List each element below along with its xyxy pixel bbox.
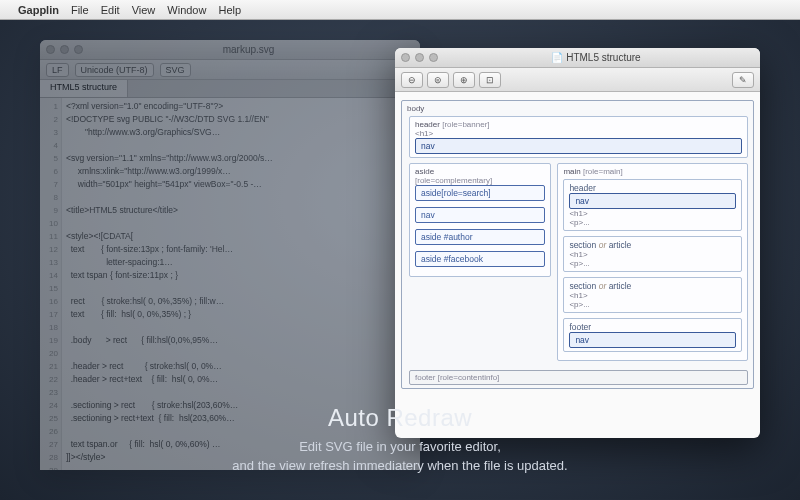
- zoom-out-button[interactable]: ⊖: [401, 72, 423, 88]
- body-label: body: [407, 104, 748, 113]
- aside-nav: nav: [415, 207, 545, 223]
- main-header-box: header nav <h1> <p>...: [563, 179, 742, 231]
- menu-file[interactable]: File: [71, 4, 89, 16]
- editor-tabbar: HTML5 structure: [40, 80, 420, 98]
- zoom-in-button[interactable]: ⊕: [453, 72, 475, 88]
- preview-titlebar: 📄 HTML5 structure: [395, 48, 760, 68]
- section-box-1: section or article <h1> <p>...: [563, 236, 742, 272]
- syntax-mode[interactable]: SVG: [160, 63, 191, 77]
- header-nav: nav: [415, 138, 742, 154]
- svg-preview: body header [role=banner] <h1> nav aside…: [395, 92, 760, 438]
- aside-facebook: aside #facebook: [415, 251, 545, 267]
- header-box: header [role=banner] <h1> nav: [409, 116, 748, 158]
- editor-tab-title: markup.svg: [223, 44, 275, 55]
- main-footer-box: footer nav: [563, 318, 742, 352]
- zoom-reset-button[interactable]: ⊜: [427, 72, 449, 88]
- caption-text: Edit SVG file in your favorite editor, a…: [0, 438, 800, 476]
- edit-button[interactable]: ✎: [732, 72, 754, 88]
- main-box: main [role=main] header nav <h1> <p>... …: [557, 163, 748, 361]
- traffic-lights[interactable]: [46, 45, 83, 54]
- encoding-charset[interactable]: Unicode (UTF-8): [75, 63, 154, 77]
- footer-box: footer [role=contentinfo]: [409, 370, 748, 385]
- feature-caption: Auto Redraw Edit SVG file in your favori…: [0, 404, 800, 476]
- aside-author: aside #author: [415, 229, 545, 245]
- traffic-lights[interactable]: [401, 53, 438, 62]
- zoom-fit-button[interactable]: ⊡: [479, 72, 501, 88]
- menu-view[interactable]: View: [132, 4, 156, 16]
- editor-tab[interactable]: HTML5 structure: [40, 80, 128, 97]
- preview-window: 📄 HTML5 structure ⊖ ⊜ ⊕ ⊡ ✎ body header …: [395, 48, 760, 438]
- caption-title: Auto Redraw: [0, 404, 800, 432]
- section-box-2: section or article <h1> <p>...: [563, 277, 742, 313]
- preview-toolbar: ⊖ ⊜ ⊕ ⊡ ✎: [395, 68, 760, 92]
- aside-search: aside[role=search]: [415, 185, 545, 201]
- body-box: body header [role=banner] <h1> nav aside…: [401, 100, 754, 389]
- editor-toolbar: LF Unicode (UTF-8) SVG: [40, 60, 420, 80]
- aside-box: aside[role=complementary] aside[role=sea…: [409, 163, 551, 277]
- menu-window[interactable]: Window: [167, 4, 206, 16]
- menu-edit[interactable]: Edit: [101, 4, 120, 16]
- preview-title: 📄 HTML5 structure: [551, 52, 640, 63]
- menu-help[interactable]: Help: [218, 4, 241, 16]
- editor-titlebar: markup.svg: [40, 40, 420, 60]
- app-menu[interactable]: Gapplin: [18, 4, 59, 16]
- encoding-lf[interactable]: LF: [46, 63, 69, 77]
- menubar: Gapplin File Edit View Window Help: [0, 0, 800, 20]
